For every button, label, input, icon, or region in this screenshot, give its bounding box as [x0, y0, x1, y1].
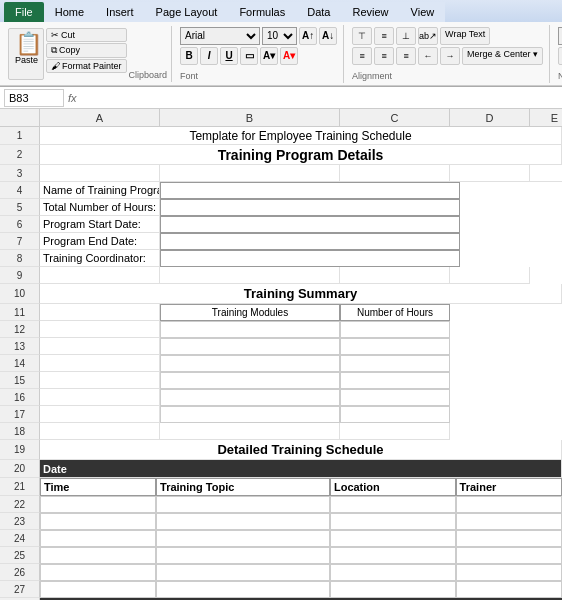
increase-font-button[interactable]: A↑: [299, 27, 317, 45]
tab-data[interactable]: Data: [296, 2, 341, 22]
cut-button[interactable]: ✂ Cut: [46, 28, 127, 42]
cell-b5[interactable]: [160, 199, 460, 216]
paste-button[interactable]: 📋 Paste: [8, 28, 44, 80]
cell-a12[interactable]: [40, 321, 160, 338]
tab-view[interactable]: View: [400, 2, 446, 22]
cell-topic-23[interactable]: [156, 513, 330, 530]
cell-c3[interactable]: [340, 165, 450, 182]
cell-b8[interactable]: [160, 250, 460, 267]
cell-b12[interactable]: [160, 321, 340, 338]
cell-a15[interactable]: [40, 372, 160, 389]
cell-location-23[interactable]: [330, 513, 456, 530]
cell-b15[interactable]: [160, 372, 340, 389]
align-top-button[interactable]: ⊤: [352, 27, 372, 45]
cell-b9[interactable]: [160, 267, 340, 284]
cell-time-26[interactable]: [40, 564, 156, 581]
align-bottom-button[interactable]: ⊥: [396, 27, 416, 45]
copy-button[interactable]: ⧉ Copy: [46, 43, 127, 58]
cell-d3[interactable]: [450, 165, 530, 182]
cell-b17[interactable]: [160, 406, 340, 423]
col-header-d[interactable]: D: [450, 109, 530, 126]
cell-location-25[interactable]: [330, 547, 456, 564]
cell-c15[interactable]: [340, 372, 450, 389]
cell-a13[interactable]: [40, 338, 160, 355]
font-color-button[interactable]: A▾: [280, 47, 298, 65]
cell-c17[interactable]: [340, 406, 450, 423]
cell-trainer-24[interactable]: [456, 530, 562, 547]
cell-b6[interactable]: [160, 216, 460, 233]
font-size-select[interactable]: 10: [262, 27, 297, 45]
cell-topic-26[interactable]: [156, 564, 330, 581]
cell-topic-24[interactable]: [156, 530, 330, 547]
cell-a18[interactable]: [40, 423, 160, 440]
cell-c14[interactable]: [340, 355, 450, 372]
cell-c16[interactable]: [340, 389, 450, 406]
cell-location-27[interactable]: [330, 581, 456, 598]
col-header-a[interactable]: A: [40, 109, 160, 126]
border-button[interactable]: ▭: [240, 47, 258, 65]
cell-trainer-23[interactable]: [456, 513, 562, 530]
cell-b3[interactable]: [160, 165, 340, 182]
cell-b14[interactable]: [160, 355, 340, 372]
number-format-select[interactable]: General: [558, 27, 562, 45]
cell-a3[interactable]: [40, 165, 160, 182]
cell-a9[interactable]: [40, 267, 160, 284]
cell-trainer-25[interactable]: [456, 547, 562, 564]
formula-input[interactable]: [81, 89, 558, 107]
cell-trainer-22[interactable]: [456, 496, 562, 513]
cell-trainer-27[interactable]: [456, 581, 562, 598]
cell-b4[interactable]: [160, 182, 460, 199]
cell-time-25[interactable]: [40, 547, 156, 564]
cell-time-27[interactable]: [40, 581, 156, 598]
cell-b16[interactable]: [160, 389, 340, 406]
cell-topic-27[interactable]: [156, 581, 330, 598]
cell-location-24[interactable]: [330, 530, 456, 547]
decrease-font-button[interactable]: A↓: [319, 27, 337, 45]
align-middle-button[interactable]: ≡: [374, 27, 394, 45]
tab-page-layout[interactable]: Page Layout: [145, 2, 229, 22]
cell-time-22[interactable]: [40, 496, 156, 513]
cell-reference-input[interactable]: [4, 89, 64, 107]
align-left-button[interactable]: ≡: [352, 47, 372, 65]
cell-trainer-26[interactable]: [456, 564, 562, 581]
cell-topic-25[interactable]: [156, 547, 330, 564]
cell-a11[interactable]: [40, 304, 160, 321]
cell-date-header[interactable]: Date: [40, 460, 562, 478]
cell-d9[interactable]: [450, 267, 530, 284]
cell-location-26[interactable]: [330, 564, 456, 581]
tab-formulas[interactable]: Formulas: [228, 2, 296, 22]
cell-location-22[interactable]: [330, 496, 456, 513]
col-header-c[interactable]: C: [340, 109, 450, 126]
decrease-indent-button[interactable]: ←: [418, 47, 438, 65]
cell-a1[interactable]: Template for Employee Training Schedule: [40, 127, 562, 145]
bold-button[interactable]: B: [180, 47, 198, 65]
cell-a2[interactable]: Training Program Details: [40, 145, 562, 165]
tab-file[interactable]: File: [4, 2, 44, 22]
cell-topic-22[interactable]: [156, 496, 330, 513]
increase-indent-button[interactable]: →: [440, 47, 460, 65]
cell-c9[interactable]: [340, 267, 450, 284]
cell-e3[interactable]: [530, 165, 562, 182]
cell-b7[interactable]: [160, 233, 460, 250]
cell-time-24[interactable]: [40, 530, 156, 547]
merge-center-button[interactable]: Merge & Center ▾: [462, 47, 543, 65]
cell-a10[interactable]: Training Summary: [40, 284, 562, 304]
cell-a17[interactable]: [40, 406, 160, 423]
cell-b13[interactable]: [160, 338, 340, 355]
col-header-e[interactable]: E: [530, 109, 562, 126]
wrap-text-button[interactable]: Wrap Text: [440, 27, 490, 45]
currency-button[interactable]: $: [558, 47, 562, 65]
italic-button[interactable]: I: [200, 47, 218, 65]
underline-button[interactable]: U: [220, 47, 238, 65]
cell-a14[interactable]: [40, 355, 160, 372]
tab-review[interactable]: Review: [341, 2, 399, 22]
col-header-b[interactable]: B: [160, 109, 340, 126]
cell-a16[interactable]: [40, 389, 160, 406]
cell-b18[interactable]: [160, 423, 340, 440]
tab-insert[interactable]: Insert: [95, 2, 145, 22]
cell-c13[interactable]: [340, 338, 450, 355]
tab-home[interactable]: Home: [44, 2, 95, 22]
orientation-button[interactable]: ab↗: [418, 27, 438, 45]
align-center-button[interactable]: ≡: [374, 47, 394, 65]
cell-c18[interactable]: [340, 423, 450, 440]
